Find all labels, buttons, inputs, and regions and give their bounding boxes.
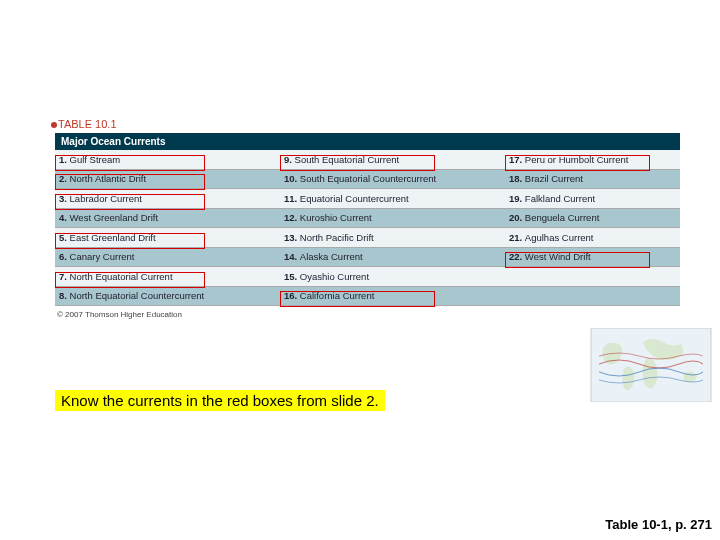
- cell-index: 16.: [284, 290, 300, 301]
- table-cell: 22. West Wind Drift: [505, 251, 680, 262]
- caption-text: TABLE 10.1: [58, 118, 117, 130]
- table-caption: TABLE 10.1: [58, 118, 680, 130]
- table-cell: 1. Gulf Stream: [55, 154, 280, 165]
- cell-index: 9.: [284, 154, 295, 165]
- cell-text: Benguela Current: [525, 212, 599, 223]
- cell-text: Falkland Current: [525, 193, 595, 204]
- table-row: 1. Gulf Stream9. South Equatorial Curren…: [55, 150, 680, 170]
- cell-text: Alaska Current: [300, 251, 363, 262]
- cell-index: 5.: [59, 232, 70, 243]
- cell-index: 3.: [59, 193, 70, 204]
- table-cell: 11. Equatorial Countercurrent: [280, 193, 505, 204]
- cell-index: 10.: [284, 173, 300, 184]
- ocean-currents-table: TABLE 10.1 Major Ocean Currents 1. Gulf …: [55, 118, 680, 319]
- table-cell: 19. Falkland Current: [505, 193, 680, 204]
- table-row: 5. East Greenland Drift13. North Pacific…: [55, 228, 680, 248]
- cell-index: 4.: [59, 212, 70, 223]
- table-cell: 13. North Pacific Drift: [280, 232, 505, 243]
- cell-index: 20.: [509, 212, 525, 223]
- cell-index: 2.: [59, 173, 70, 184]
- table-cell: 10. South Equatorial Countercurrent: [280, 173, 505, 184]
- table-cell: 3. Labrador Current: [55, 193, 280, 204]
- cell-text: Canary Current: [70, 251, 135, 262]
- table-cell: 8. North Equatorial Countercurrent: [55, 290, 280, 301]
- table-cell: 9. South Equatorial Current: [280, 154, 505, 165]
- instruction-text: Know the currents in the red boxes from …: [55, 390, 385, 411]
- instruction-wrap: Know the currents in the red boxes from …: [55, 390, 385, 411]
- table-cell: 17. Peru or Humbolt Current: [505, 154, 680, 165]
- cell-text: Brazil Current: [525, 173, 583, 184]
- cell-text: Oyashio Current: [300, 271, 369, 282]
- table-body: 1. Gulf Stream9. South Equatorial Curren…: [55, 150, 680, 306]
- cell-index: 12.: [284, 212, 300, 223]
- table-cell: 14. Alaska Current: [280, 251, 505, 262]
- cell-text: Equatorial Countercurrent: [300, 193, 409, 204]
- table-cell: 6. Canary Current: [55, 251, 280, 262]
- cell-index: 18.: [509, 173, 525, 184]
- copyright-text: © 2007 Thomson Higher Education: [57, 310, 680, 319]
- cell-index: 19.: [509, 193, 525, 204]
- cell-text: North Equatorial Current: [70, 271, 173, 282]
- cell-index: 6.: [59, 251, 70, 262]
- cell-index: 7.: [59, 271, 70, 282]
- cell-text: Gulf Stream: [70, 154, 121, 165]
- table-cell: 2. North Atlantic Drift: [55, 173, 280, 184]
- cell-text: North Atlantic Drift: [70, 173, 147, 184]
- cell-index: 8.: [59, 290, 70, 301]
- cell-text: South Equatorial Current: [295, 154, 400, 165]
- table-row: 2. North Atlantic Drift10. South Equator…: [55, 170, 680, 190]
- cell-index: 22.: [509, 251, 525, 262]
- cell-text: West Wind Drift: [525, 251, 591, 262]
- table-cell: 7. North Equatorial Current: [55, 271, 280, 282]
- cell-index: 13.: [284, 232, 300, 243]
- table-cell: 18. Brazil Current: [505, 173, 680, 184]
- world-map-thumbnail: [590, 328, 712, 402]
- cell-text: South Equatorial Countercurrent: [300, 173, 436, 184]
- slide: TABLE 10.1 Major Ocean Currents 1. Gulf …: [0, 0, 720, 540]
- cell-text: North Equatorial Countercurrent: [70, 290, 205, 301]
- cell-index: 15.: [284, 271, 300, 282]
- cell-index: 21.: [509, 232, 525, 243]
- table-title: Major Ocean Currents: [55, 133, 680, 150]
- cell-index: 17.: [509, 154, 525, 165]
- footer-text: Table 10-1, p. 271: [605, 517, 712, 532]
- cell-text: Kuroshio Current: [300, 212, 372, 223]
- table-cell: 15. Oyashio Current: [280, 271, 505, 282]
- table-cell: 16. California Current: [280, 290, 505, 301]
- cell-text: North Pacific Drift: [300, 232, 374, 243]
- table-cell: 12. Kuroshio Current: [280, 212, 505, 223]
- cell-text: Peru or Humbolt Current: [525, 154, 628, 165]
- bullet-icon: [51, 122, 57, 128]
- table-row: 4. West Greenland Drift12. Kuroshio Curr…: [55, 209, 680, 229]
- table-row: 3. Labrador Current11. Equatorial Counte…: [55, 189, 680, 209]
- cell-text: Agulhas Current: [525, 232, 594, 243]
- table-cell: 5. East Greenland Drift: [55, 232, 280, 243]
- table-row: 7. North Equatorial Current15. Oyashio C…: [55, 267, 680, 287]
- cell-text: California Current: [300, 290, 374, 301]
- table-row: 6. Canary Current14. Alaska Current22. W…: [55, 248, 680, 268]
- table-cell: 4. West Greenland Drift: [55, 212, 280, 223]
- cell-index: 14.: [284, 251, 300, 262]
- cell-index: 11.: [284, 193, 300, 204]
- cell-text: Labrador Current: [70, 193, 142, 204]
- table-row: 8. North Equatorial Countercurrent16. Ca…: [55, 287, 680, 307]
- cell-text: West Greenland Drift: [70, 212, 159, 223]
- map-icon: [590, 328, 712, 402]
- table-cell: 20. Benguela Current: [505, 212, 680, 223]
- cell-index: 1.: [59, 154, 70, 165]
- cell-text: East Greenland Drift: [70, 232, 156, 243]
- table-cell: 21. Agulhas Current: [505, 232, 680, 243]
